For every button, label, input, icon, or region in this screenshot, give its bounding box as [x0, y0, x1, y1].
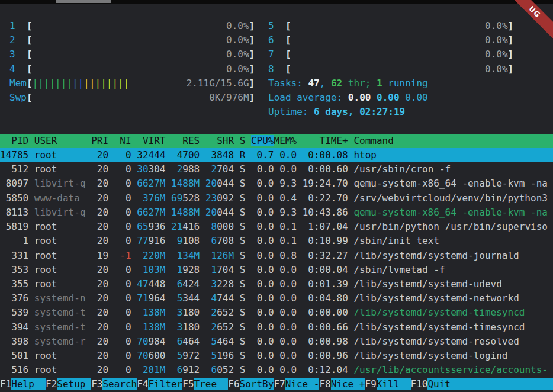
virt-cell: 70	[137, 350, 148, 361]
fn-f10[interactable]: F10Quit	[411, 378, 553, 390]
column-header-pri[interactable]: PRI	[91, 135, 108, 146]
cpu-percent-cell: 0.0	[251, 178, 274, 189]
text-segment	[108, 235, 114, 246]
virt-cell: 71	[137, 293, 148, 304]
text-segment	[131, 163, 137, 175]
text-segment	[108, 293, 114, 304]
fn-f8[interactable]: F8Nice +	[319, 378, 365, 390]
text-segment	[234, 293, 240, 304]
fn-f4[interactable]: F4Filter	[137, 378, 182, 390]
process-row-394[interactable]: 394 systemd-t 20 0 138M 3180 2652 S 0.0 …	[0, 320, 553, 335]
column-header-virt[interactable]: VIRT	[137, 135, 165, 146]
text-segment	[348, 163, 354, 175]
fn-f3[interactable]: F3Search	[91, 378, 137, 390]
text-segment	[165, 149, 171, 160]
process-row-353[interactable]: 353 root 20 0 103M 1928 1704 S 0.0 0.0 0…	[0, 263, 553, 277]
process-row-355[interactable]: 355 root 20 0 47448 6424 3228 S 0.0 0.0 …	[0, 277, 553, 291]
text-segment: 464	[217, 336, 234, 347]
state-cell: S	[240, 207, 246, 218]
cpu-meter-label: 3	[9, 49, 15, 60]
cpu-meter-label: 1	[9, 20, 15, 31]
pid-cell: 8113	[0, 207, 28, 218]
column-header-cpu[interactable]: CPU%	[251, 135, 274, 146]
column-header-command[interactable]: Command	[353, 135, 393, 146]
process-row-501[interactable]: 501 root 20 0 70600 5972 5196 S 0.0 0.0 …	[0, 349, 553, 363]
column-header-res[interactable]: RES	[171, 135, 200, 146]
process-row-8097[interactable]: 8097 libvirt-q 20 0 6627M 1488M 20044 S …	[0, 176, 553, 191]
text-segment	[28, 293, 34, 304]
text-segment: 744	[217, 293, 234, 304]
process-row-512[interactable]: 512 root 20 0 30304 2988 2704 S 0.0 0.0 …	[0, 162, 553, 176]
virt-cell: 70	[137, 336, 148, 347]
priority-cell: 20	[91, 264, 108, 275]
text-segment	[131, 178, 137, 189]
shr-cell: 3	[211, 278, 217, 290]
text-segment	[348, 149, 354, 160]
process-row-539[interactable]: 539 systemd-t 20 0 138M 3180 2652 S 0.0 …	[0, 306, 553, 320]
column-header-time[interactable]: TIME+	[297, 135, 348, 146]
column-header-user[interactable]: USER	[34, 135, 86, 146]
nice-cell: 0	[114, 322, 131, 333]
text-segment	[86, 250, 92, 261]
text-segment	[28, 221, 34, 232]
process-row-516[interactable]: 516 root 20 0 281M 6912 6052 S 0.0 0.0 0…	[0, 363, 553, 377]
fn-f5[interactable]: F5Tree	[182, 378, 228, 390]
text-segment	[86, 221, 92, 232]
mem-percent-cell: 0.0	[274, 278, 297, 290]
virt-cell: 32444	[137, 149, 165, 160]
shr-cell: 23	[205, 192, 217, 204]
process-row-5819[interactable]: 5819 root 20 0 65936 21416 8000 S 0.0 0.…	[0, 220, 553, 234]
process-row-14785[interactable]: 14785 root 20 0 32444 4700 3848 R 0.7 0.…	[0, 148, 553, 162]
text-segment	[131, 207, 137, 218]
time-cell: 0:00.60	[297, 163, 348, 175]
text-segment	[200, 293, 205, 304]
text-segment	[15, 20, 27, 31]
column-header-ni[interactable]: NI	[114, 135, 131, 146]
column-header-shr[interactable]: SHR	[205, 135, 234, 146]
meter-open-bracket: [	[27, 49, 33, 60]
fn-action-label: Kill	[377, 378, 411, 390]
text-segment	[348, 221, 354, 232]
fn-f2[interactable]: F2Setup	[46, 378, 91, 390]
text-segment	[86, 322, 92, 333]
uptime-value: 6 days, 02:27:19	[314, 106, 405, 117]
shr-cell: 8	[211, 221, 217, 232]
text-segment	[205, 163, 211, 175]
text-segment	[234, 192, 240, 204]
process-row-1[interactable]: 1 root 20 0 77916 9108 6708 S 0.0 0.1 0:…	[0, 234, 553, 248]
command-cell: /sbin/lvmetad -f	[353, 264, 445, 275]
column-header-mem[interactable]: MEM%	[274, 135, 297, 146]
mem-percent-cell: 0.0	[274, 322, 297, 333]
process-row-398[interactable]: 398 systemd-r 20 0 70984 6464 5464 S 0.0…	[0, 335, 553, 349]
text-segment: 344	[182, 293, 200, 304]
text-segment: running	[382, 78, 428, 89]
text-segment	[205, 264, 211, 275]
process-row-5850[interactable]: 5850 www-data 20 0 376M 69528 23092 S 0.…	[0, 191, 553, 205]
process-row-331[interactable]: 331 root 19 -1 220M 134M 126M S 0.0 0.8 …	[0, 249, 553, 263]
column-header-pid[interactable]: PID	[0, 135, 28, 146]
text-segment	[131, 264, 137, 275]
fn-f9[interactable]: F9Kill	[365, 378, 411, 390]
virt-cell: 30	[137, 163, 148, 175]
fn-f1[interactable]: F1Help	[0, 378, 46, 390]
fn-action-label: Quit	[427, 378, 553, 390]
res-cell: 3	[177, 322, 183, 333]
text-segment	[137, 307, 143, 318]
state-cell: S	[240, 221, 246, 232]
process-row-376[interactable]: 376 systemd-n 20 0 71964 5344 4744 S 0.0…	[0, 291, 553, 306]
text-segment	[108, 192, 114, 204]
text-segment	[200, 135, 205, 146]
text-segment	[165, 207, 171, 218]
cpu-meter-label: 8	[268, 63, 274, 75]
text-segment	[131, 278, 137, 290]
column-header-s[interactable]: S	[240, 135, 246, 146]
text-segment	[171, 235, 177, 246]
meter-close-bracket: ]	[249, 49, 255, 60]
fn-f7[interactable]: F7Nice -	[274, 378, 319, 390]
time-cell: 0:32.27	[297, 250, 348, 261]
pid-cell: 355	[0, 278, 28, 290]
process-row-8113[interactable]: 8113 libvirt-q 20 0 6627M 1488M 20044 S …	[0, 205, 553, 220]
text-segment: 424	[182, 278, 200, 290]
pid-cell: 501	[0, 350, 28, 361]
fn-f6[interactable]: F6SortBy	[228, 378, 274, 390]
